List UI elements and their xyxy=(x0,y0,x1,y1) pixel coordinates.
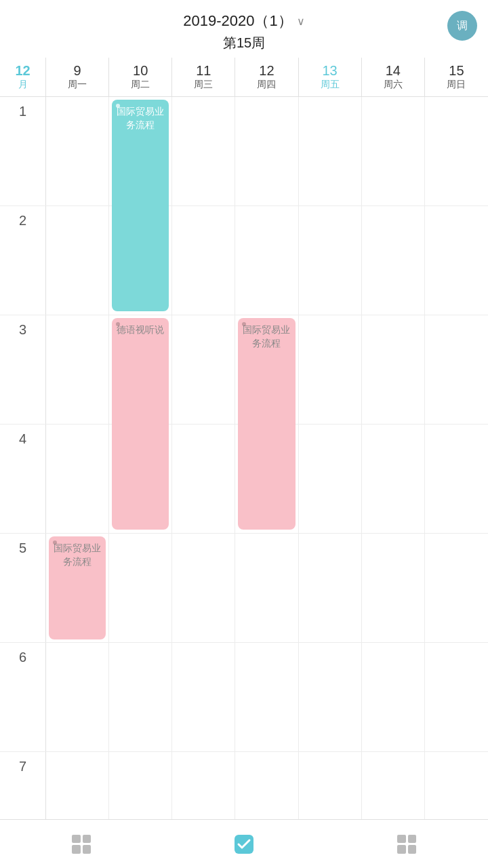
day-cell-4-row-6[interactable] xyxy=(299,643,362,751)
day-cell-4-row-4[interactable] xyxy=(299,425,362,533)
nav-schedule[interactable] xyxy=(0,835,163,854)
day-cell-2-row-3[interactable] xyxy=(172,315,235,424)
time-row-2: 2 xyxy=(0,206,488,315)
day-cell-2-row-4[interactable] xyxy=(172,425,235,533)
time-row-1: 1国际贸易业务流程 xyxy=(0,97,488,206)
time-grid: 1国际贸易业务流程23德语视听说国际贸易业务流程45国际贸易业务流程678 xyxy=(0,97,488,868)
day-cell-6-row-2[interactable] xyxy=(425,206,488,315)
day-cell-0-row-1[interactable] xyxy=(46,97,109,205)
day-cell-1-row-3[interactable]: 德语视听说 xyxy=(109,315,172,424)
day-cell-3-row-5[interactable] xyxy=(235,534,298,642)
day-name-14: 周六 xyxy=(384,79,403,91)
day-name-9: 周一 xyxy=(68,79,87,91)
event-card-event-3[interactable]: 国际贸易业务流程 xyxy=(238,318,295,530)
time-label-5: 5 xyxy=(0,534,46,642)
day-cell-1-row-6[interactable] xyxy=(109,643,172,751)
day-cell-0-row-2[interactable] xyxy=(46,206,109,315)
day-cell-0-row-3[interactable] xyxy=(46,315,109,424)
day-cell-1-row-1[interactable]: 国际贸易业务流程 xyxy=(109,97,172,205)
time-label-2: 2 xyxy=(0,206,46,315)
time-label-6: 6 xyxy=(0,643,46,751)
day-name-15: 周日 xyxy=(447,79,466,91)
time-row-3: 3德语视听说国际贸易业务流程 xyxy=(0,315,488,425)
day-cell-1-row-5[interactable] xyxy=(109,534,172,642)
day-cell-3-row-6[interactable] xyxy=(235,643,298,751)
event-card-event-4[interactable]: 国际贸易业务流程 xyxy=(49,536,106,639)
day-cell-3-row-1[interactable] xyxy=(235,97,298,205)
week-number: 12 xyxy=(15,63,30,79)
day-header-14[interactable]: 14 周六 xyxy=(362,58,425,96)
day-num-10: 10 xyxy=(133,63,148,79)
grid-icon xyxy=(72,835,91,854)
time-label-1: 1 xyxy=(0,97,46,205)
event-card-event-2[interactable]: 德语视听说 xyxy=(112,318,169,530)
day-cell-0-row-6[interactable] xyxy=(46,643,109,751)
time-row-5: 5国际贸易业务流程 xyxy=(0,534,488,643)
day-num-14: 14 xyxy=(386,63,401,79)
time-row-6: 6 xyxy=(0,643,488,752)
event-card-event-1[interactable]: 国际贸易业务流程 xyxy=(112,100,169,311)
day-num-9: 9 xyxy=(74,63,81,79)
day-cell-5-row-5[interactable] xyxy=(362,534,425,642)
day-name-13: 周五 xyxy=(321,79,340,91)
day-cell-6-row-1[interactable] xyxy=(425,97,488,205)
day-cell-2-row-5[interactable] xyxy=(172,534,235,642)
day-cell-4-row-5[interactable] xyxy=(299,534,362,642)
day-num-15: 15 xyxy=(449,63,464,79)
day-cell-4-row-1[interactable] xyxy=(299,97,362,205)
task-icon xyxy=(232,832,256,856)
day-name-11: 周三 xyxy=(194,79,213,91)
day-header-15[interactable]: 15 周日 xyxy=(425,58,488,96)
calendar: 12 月 9 周一 10 周二 11 周三 12 周四 13 周五 14 周六 … xyxy=(0,58,488,868)
calendar-header: 2019-2020（1） ∨ 第15周 调 xyxy=(0,0,488,58)
day-header-13[interactable]: 13 周五 xyxy=(299,58,362,96)
day-cell-0-row-5[interactable]: 国际贸易业务流程 xyxy=(46,534,109,642)
nav-more[interactable] xyxy=(325,835,488,854)
day-cell-6-row-3[interactable] xyxy=(425,315,488,424)
more-grid-icon xyxy=(397,835,416,854)
day-num-11: 11 xyxy=(196,63,211,79)
header-title-row: 2019-2020（1） ∨ xyxy=(183,11,304,31)
time-label-3: 3 xyxy=(0,315,46,424)
day-cell-0-row-4[interactable] xyxy=(46,425,109,533)
day-header-11[interactable]: 11 周三 xyxy=(172,58,235,96)
day-header-10[interactable]: 10 周二 xyxy=(109,58,172,96)
day-cell-5-row-2[interactable] xyxy=(362,206,425,315)
day-header-12[interactable]: 12 周四 xyxy=(235,58,298,96)
nav-task[interactable] xyxy=(163,832,325,856)
bottom-nav xyxy=(0,819,488,868)
day-cell-3-row-2[interactable] xyxy=(235,206,298,315)
day-cell-4-row-2[interactable] xyxy=(299,206,362,315)
day-cell-5-row-6[interactable] xyxy=(362,643,425,751)
day-cell-4-row-3[interactable] xyxy=(299,315,362,424)
day-cell-2-row-6[interactable] xyxy=(172,643,235,751)
day-cell-6-row-5[interactable] xyxy=(425,534,488,642)
day-name-10: 周二 xyxy=(131,79,150,91)
day-num-12: 12 xyxy=(259,63,274,79)
week-label: 月 xyxy=(18,79,28,91)
header-subtitle: 第15周 xyxy=(223,34,265,52)
week-col: 12 月 xyxy=(0,58,46,96)
day-num-13: 13 xyxy=(323,63,338,79)
day-cell-2-row-1[interactable] xyxy=(172,97,235,205)
day-header-9[interactable]: 9 周一 xyxy=(46,58,109,96)
day-cell-5-row-3[interactable] xyxy=(362,315,425,424)
day-cell-5-row-1[interactable] xyxy=(362,97,425,205)
time-label-4: 4 xyxy=(0,425,46,533)
chevron-down-icon: ∨ xyxy=(297,15,305,28)
day-cell-3-row-3[interactable]: 国际贸易业务流程 xyxy=(235,315,298,424)
day-cell-6-row-6[interactable] xyxy=(425,643,488,751)
day-header-row: 12 月 9 周一 10 周二 11 周三 12 周四 13 周五 14 周六 … xyxy=(0,58,488,97)
day-cell-5-row-4[interactable] xyxy=(362,425,425,533)
day-cell-2-row-2[interactable] xyxy=(172,206,235,315)
header-title: 2019-2020（1） xyxy=(183,11,292,31)
day-cell-6-row-4[interactable] xyxy=(425,425,488,533)
adjust-button[interactable]: 调 xyxy=(447,11,477,41)
day-name-12: 周四 xyxy=(257,79,276,91)
